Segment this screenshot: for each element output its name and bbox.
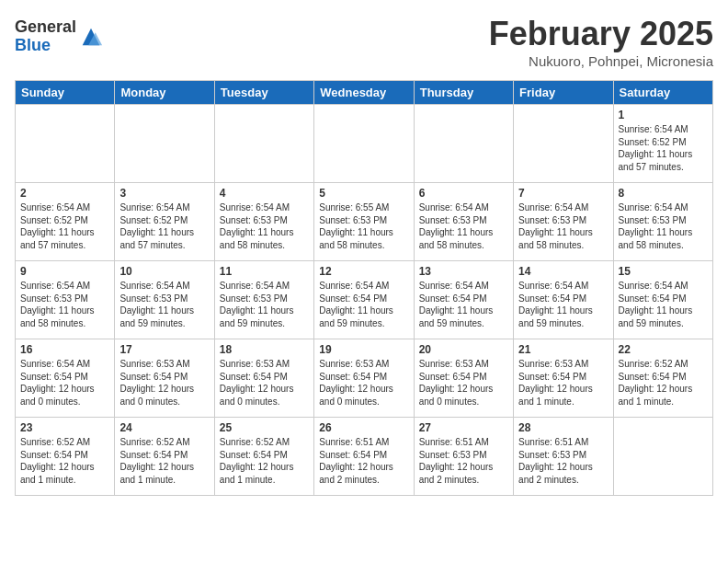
table-row: 9Sunrise: 6:54 AM Sunset: 6:53 PM Daylig… <box>16 261 115 339</box>
day-info: Sunrise: 6:54 AM Sunset: 6:53 PM Dayligh… <box>119 280 209 329</box>
day-info: Sunrise: 6:54 AM Sunset: 6:52 PM Dayligh… <box>119 201 209 251</box>
table-row: 19Sunrise: 6:53 AM Sunset: 6:54 PM Dayli… <box>314 339 414 418</box>
day-number: 10 <box>119 265 209 278</box>
day-info: Sunrise: 6:54 AM Sunset: 6:53 PM Dayligh… <box>220 201 309 251</box>
table-row: 5Sunrise: 6:55 AM Sunset: 6:53 PM Daylig… <box>314 183 414 261</box>
day-info: Sunrise: 6:52 AM Sunset: 6:54 PM Dayligh… <box>619 358 708 408</box>
header-monday: Monday <box>115 81 214 105</box>
table-row: 22Sunrise: 6:52 AM Sunset: 6:54 PM Dayli… <box>613 339 712 418</box>
table-row: 7Sunrise: 6:54 AM Sunset: 6:53 PM Daylig… <box>514 183 613 261</box>
calendar-week-1: 2Sunrise: 6:54 AM Sunset: 6:52 PM Daylig… <box>16 183 713 261</box>
table-row: 24Sunrise: 6:52 AM Sunset: 6:54 PM Dayli… <box>115 418 214 496</box>
table-row: 26Sunrise: 6:51 AM Sunset: 6:54 PM Dayli… <box>314 418 414 496</box>
table-row <box>214 105 313 183</box>
day-info: Sunrise: 6:54 AM Sunset: 6:54 PM Dayligh… <box>419 280 508 329</box>
table-row: 23Sunrise: 6:52 AM Sunset: 6:54 PM Dayli… <box>16 418 115 496</box>
day-number: 4 <box>220 187 309 200</box>
day-number: 19 <box>319 343 408 356</box>
table-row <box>115 105 214 183</box>
header-friday: Friday <box>514 81 613 105</box>
day-info: Sunrise: 6:53 AM Sunset: 6:54 PM Dayligh… <box>220 358 309 408</box>
logo-blue: Blue <box>15 37 76 55</box>
table-row: 17Sunrise: 6:53 AM Sunset: 6:54 PM Dayli… <box>115 339 214 418</box>
table-row: 3Sunrise: 6:54 AM Sunset: 6:52 PM Daylig… <box>115 183 214 261</box>
calendar-subtitle: Nukuoro, Pohnpei, Micronesia <box>489 53 713 69</box>
day-info: Sunrise: 6:54 AM Sunset: 6:54 PM Dayligh… <box>20 358 109 408</box>
title-section: February 2025 Nukuoro, Pohnpei, Micrones… <box>489 15 713 69</box>
day-number: 26 <box>319 421 408 434</box>
day-info: Sunrise: 6:54 AM Sunset: 6:52 PM Dayligh… <box>20 201 109 251</box>
day-number: 9 <box>20 265 109 278</box>
day-info: Sunrise: 6:54 AM Sunset: 6:52 PM Dayligh… <box>619 123 708 173</box>
table-row: 27Sunrise: 6:51 AM Sunset: 6:53 PM Dayli… <box>414 418 513 496</box>
header-sunday: Sunday <box>16 81 115 105</box>
table-row: 16Sunrise: 6:54 AM Sunset: 6:54 PM Dayli… <box>16 339 115 418</box>
day-info: Sunrise: 6:54 AM Sunset: 6:53 PM Dayligh… <box>518 201 608 251</box>
day-number: 21 <box>518 343 608 356</box>
calendar-title: February 2025 <box>489 15 713 53</box>
day-number: 17 <box>119 343 209 356</box>
day-number: 27 <box>419 421 508 434</box>
day-info: Sunrise: 6:54 AM Sunset: 6:53 PM Dayligh… <box>619 201 708 251</box>
table-row: 10Sunrise: 6:54 AM Sunset: 6:53 PM Dayli… <box>115 261 214 339</box>
table-row <box>414 105 513 183</box>
day-number: 14 <box>518 265 608 278</box>
table-row: 11Sunrise: 6:54 AM Sunset: 6:53 PM Dayli… <box>214 261 313 339</box>
table-row <box>16 105 115 183</box>
day-number: 22 <box>619 343 708 356</box>
day-info: Sunrise: 6:52 AM Sunset: 6:54 PM Dayligh… <box>20 436 109 486</box>
day-info: Sunrise: 6:53 AM Sunset: 6:54 PM Dayligh… <box>119 358 209 408</box>
day-info: Sunrise: 6:53 AM Sunset: 6:54 PM Dayligh… <box>419 358 508 408</box>
day-info: Sunrise: 6:52 AM Sunset: 6:54 PM Dayligh… <box>119 436 209 486</box>
day-info: Sunrise: 6:55 AM Sunset: 6:53 PM Dayligh… <box>319 201 408 251</box>
logo: General Blue <box>15 18 104 55</box>
calendar-week-2: 9Sunrise: 6:54 AM Sunset: 6:53 PM Daylig… <box>16 261 713 339</box>
table-row: 14Sunrise: 6:54 AM Sunset: 6:54 PM Dayli… <box>514 261 613 339</box>
day-number: 2 <box>20 187 109 200</box>
day-number: 8 <box>619 187 708 200</box>
day-info: Sunrise: 6:51 AM Sunset: 6:53 PM Dayligh… <box>419 436 508 486</box>
table-row <box>613 418 712 496</box>
logo-general: General <box>15 18 76 37</box>
day-number: 5 <box>319 187 408 200</box>
header-thursday: Thursday <box>414 81 513 105</box>
day-number: 28 <box>518 421 608 434</box>
day-number: 1 <box>619 109 708 121</box>
table-row <box>314 105 414 183</box>
calendar-week-4: 23Sunrise: 6:52 AM Sunset: 6:54 PM Dayli… <box>16 418 713 496</box>
day-number: 7 <box>518 187 608 200</box>
day-number: 20 <box>419 343 508 356</box>
day-info: Sunrise: 6:54 AM Sunset: 6:54 PM Dayligh… <box>518 280 608 329</box>
day-number: 16 <box>20 343 109 356</box>
table-row: 28Sunrise: 6:51 AM Sunset: 6:53 PM Dayli… <box>514 418 613 496</box>
table-row: 25Sunrise: 6:52 AM Sunset: 6:54 PM Dayli… <box>214 418 313 496</box>
day-info: Sunrise: 6:51 AM Sunset: 6:53 PM Dayligh… <box>518 436 608 486</box>
day-number: 24 <box>119 421 209 434</box>
day-info: Sunrise: 6:53 AM Sunset: 6:54 PM Dayligh… <box>518 358 608 408</box>
table-row <box>514 105 613 183</box>
day-info: Sunrise: 6:54 AM Sunset: 6:54 PM Dayligh… <box>619 280 708 329</box>
day-info: Sunrise: 6:53 AM Sunset: 6:54 PM Dayligh… <box>319 358 408 408</box>
table-row: 15Sunrise: 6:54 AM Sunset: 6:54 PM Dayli… <box>613 261 712 339</box>
table-row: 13Sunrise: 6:54 AM Sunset: 6:54 PM Dayli… <box>414 261 513 339</box>
calendar-week-3: 16Sunrise: 6:54 AM Sunset: 6:54 PM Dayli… <box>16 339 713 418</box>
day-number: 25 <box>220 421 309 434</box>
header-saturday: Saturday <box>613 81 712 105</box>
day-info: Sunrise: 6:52 AM Sunset: 6:54 PM Dayligh… <box>220 436 309 486</box>
table-row: 8Sunrise: 6:54 AM Sunset: 6:53 PM Daylig… <box>613 183 712 261</box>
logo-icon <box>78 24 104 50</box>
day-info: Sunrise: 6:54 AM Sunset: 6:53 PM Dayligh… <box>419 201 508 251</box>
header-wednesday: Wednesday <box>314 81 414 105</box>
day-info: Sunrise: 6:54 AM Sunset: 6:54 PM Dayligh… <box>319 280 408 329</box>
day-number: 23 <box>20 421 109 434</box>
header-row: Sunday Monday Tuesday Wednesday Thursday… <box>16 81 713 105</box>
day-number: 3 <box>119 187 209 200</box>
table-row: 20Sunrise: 6:53 AM Sunset: 6:54 PM Dayli… <box>414 339 513 418</box>
day-number: 11 <box>220 265 309 278</box>
day-info: Sunrise: 6:51 AM Sunset: 6:54 PM Dayligh… <box>319 436 408 486</box>
table-row: 1Sunrise: 6:54 AM Sunset: 6:52 PM Daylig… <box>613 105 712 183</box>
header-tuesday: Tuesday <box>214 81 313 105</box>
table-row: 18Sunrise: 6:53 AM Sunset: 6:54 PM Dayli… <box>214 339 313 418</box>
day-number: 18 <box>220 343 309 356</box>
day-info: Sunrise: 6:54 AM Sunset: 6:53 PM Dayligh… <box>220 280 309 329</box>
